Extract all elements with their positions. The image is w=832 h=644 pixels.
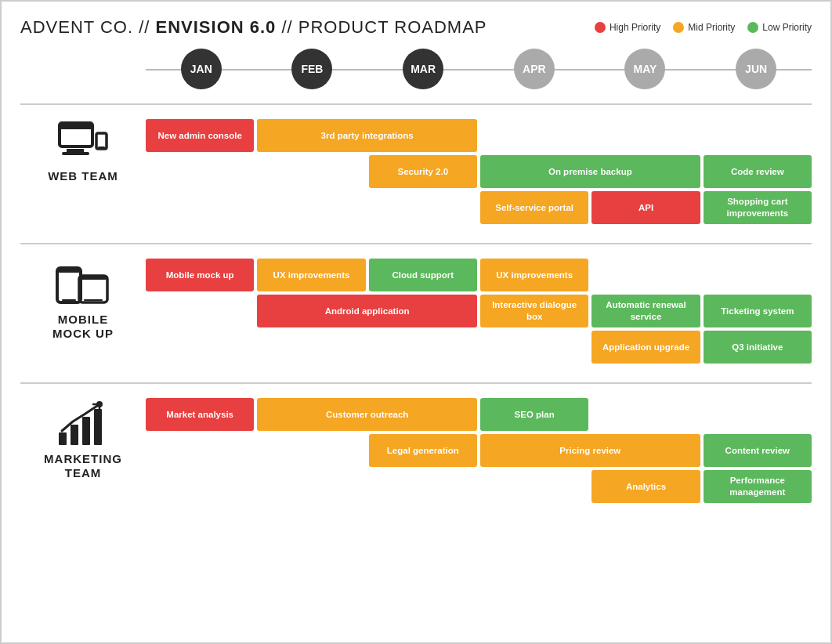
team-icon-web-team	[56, 119, 110, 169]
legend-item: Mid Priority	[673, 22, 735, 33]
svg-rect-10	[79, 276, 107, 280]
legend-dot	[595, 22, 606, 33]
task-block: Cloud support	[369, 259, 477, 291]
svg-rect-3	[62, 152, 89, 155]
task-block: Shopping cart improvements	[704, 191, 812, 224]
svg-rect-9	[79, 276, 107, 302]
task-block: Ticketing system	[704, 295, 812, 327]
team-label: MOBILEMOCK UP	[20, 259, 146, 341]
svg-rect-7	[57, 268, 81, 273]
task-block: UX improvements	[257, 259, 365, 291]
task-block: Content review	[704, 434, 812, 467]
month-nodes: JANFEBMARAPRMAYJUN	[146, 49, 812, 89]
svg-rect-2	[67, 149, 84, 152]
task-block: Analytics	[591, 470, 700, 503]
svg-rect-12	[59, 432, 67, 445]
month-node-may: MAY	[624, 49, 665, 89]
task-block: Self-service portal	[480, 191, 588, 224]
svg-rect-15	[94, 409, 102, 445]
task-block: API	[591, 191, 700, 224]
timeline-header: JANFEBMARAPRMAYJUN	[146, 49, 812, 89]
task-block: On premise backup	[480, 155, 700, 188]
teams-container: WEB TEAMNew admin console3rd party integ…	[20, 103, 812, 516]
task-block: New admin console	[146, 119, 254, 152]
team-name: WEB TEAM	[48, 169, 118, 183]
team-name: MOBILEMOCK UP	[52, 313, 114, 341]
team-icon-marketing-team	[56, 398, 110, 452]
legend-dot	[747, 22, 758, 33]
task-block: Interactive dialogue box	[480, 295, 588, 327]
team-label: WEB TEAM	[20, 119, 146, 183]
section-divider	[20, 103, 812, 105]
task-block: Automatic renewal service	[591, 295, 700, 327]
task-block: Performance management	[704, 470, 812, 503]
task-block: Code review	[704, 155, 812, 188]
task-block: Application upgrade	[591, 331, 700, 364]
task-block: SEO plan	[480, 398, 588, 431]
svg-rect-11	[84, 299, 103, 301]
team-label: MARKETINGTEAM	[20, 398, 146, 480]
task-block: Customer outreach	[257, 398, 477, 431]
task-block: Security 2.0	[369, 155, 477, 188]
month-node-feb: FEB	[291, 49, 332, 89]
task-block: Mobile mock up	[146, 259, 254, 291]
svg-rect-14	[82, 417, 90, 445]
month-node-apr: APR	[514, 49, 555, 89]
legend-dot	[673, 22, 684, 33]
section-divider	[20, 382, 812, 384]
team-grid: Market analysisCustomer outreachSEO plan…	[146, 398, 812, 503]
svg-rect-1	[60, 123, 92, 129]
legend: High PriorityMid PriorityLow Priority	[595, 22, 812, 33]
month-node-mar: MAR	[403, 49, 443, 89]
legend-item: Low Priority	[747, 22, 812, 33]
svg-rect-5	[98, 147, 105, 148]
page-title: ADVENT CO. // ENVISION 6.0 // PRODUCT RO…	[20, 17, 487, 38]
task-block: Legal generation	[369, 434, 477, 467]
svg-rect-13	[71, 425, 78, 445]
team-name: MARKETINGTEAM	[44, 452, 122, 480]
page: ADVENT CO. // ENVISION 6.0 // PRODUCT RO…	[2, 2, 830, 531]
team-section-mobile-mock-up: MOBILEMOCK UPMobile mock upUX improvemen…	[20, 251, 812, 376]
month-node-jan: JAN	[181, 49, 222, 89]
team-section-marketing-team: MARKETINGTEAMMarket analysisCustomer out…	[20, 390, 812, 516]
task-block: UX improvements	[480, 259, 588, 291]
team-grid: Mobile mock upUX improvementsCloud suppo…	[146, 259, 812, 364]
task-block: Q3 initiative	[704, 331, 812, 364]
legend-item: High Priority	[595, 22, 660, 33]
task-block: 3rd party integrations	[257, 119, 477, 152]
svg-rect-6	[57, 268, 81, 302]
task-block: Market analysis	[146, 398, 254, 431]
team-grid: New admin console3rd party integrationsS…	[146, 119, 812, 224]
header: ADVENT CO. // ENVISION 6.0 // PRODUCT RO…	[20, 17, 812, 38]
team-icon-mobile-mock-up	[56, 259, 110, 313]
month-node-jun: JUN	[736, 49, 776, 89]
section-divider	[20, 243, 812, 244]
team-section-web-team: WEB TEAMNew admin console3rd party integ…	[20, 111, 812, 237]
svg-rect-8	[62, 299, 76, 301]
task-block: Android application	[257, 295, 477, 327]
task-block: Pricing review	[480, 434, 700, 467]
